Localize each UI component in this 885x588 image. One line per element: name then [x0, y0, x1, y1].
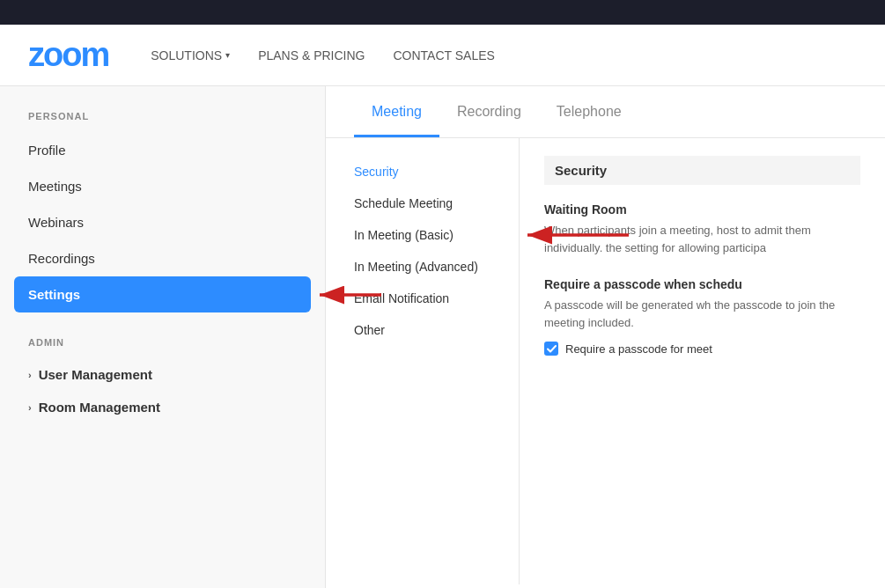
- zoom-logo[interactable]: zoom: [28, 36, 108, 74]
- sidebar-item-room-management[interactable]: › Room Management: [0, 391, 325, 423]
- nav-plans-pricing[interactable]: PLANS & PRICING: [258, 48, 365, 62]
- checkmark-icon: [547, 345, 557, 353]
- main-layout: PERSONAL Profile Meetings Webinars Recor…: [0, 86, 885, 588]
- settings-nav-in-meeting-basic[interactable]: In Meeting (Basic): [326, 219, 519, 251]
- in-meeting-basic-arrow-annotation: [523, 222, 633, 248]
- tab-meeting[interactable]: Meeting: [354, 86, 439, 137]
- tab-bar: Meeting Recording Telephone: [326, 86, 885, 138]
- sidebar-item-profile[interactable]: Profile: [0, 132, 325, 168]
- personal-section-label: PERSONAL: [0, 111, 325, 132]
- settings-content: Security Waiting Room When participants …: [520, 138, 885, 584]
- solutions-dropdown-icon: ▾: [225, 50, 230, 60]
- settings-nav-schedule[interactable]: Schedule Meeting: [326, 187, 519, 219]
- sidebar-item-settings[interactable]: Settings: [14, 276, 311, 312]
- waiting-room-title: Waiting Room: [544, 202, 860, 217]
- settings-arrow-annotation: [315, 282, 386, 308]
- settings-nav-in-meeting-advanced[interactable]: In Meeting (Advanced): [326, 251, 519, 283]
- settings-section-header: Security: [544, 156, 860, 185]
- sidebar-item-recordings[interactable]: Recordings: [0, 240, 325, 276]
- chevron-icon: ›: [28, 370, 32, 380]
- passcode-title: Require a passcode when schedu: [544, 277, 860, 291]
- nav-solutions[interactable]: SOLUTIONS ▾: [151, 48, 230, 62]
- tab-recording[interactable]: Recording: [439, 86, 539, 137]
- sidebar-item-user-management[interactable]: › User Management: [0, 358, 325, 391]
- sidebar-item-webinars[interactable]: Webinars: [0, 204, 325, 240]
- passcode-block: Require a passcode when schedu A passcod…: [544, 277, 860, 356]
- sidebar: PERSONAL Profile Meetings Webinars Recor…: [0, 86, 326, 588]
- top-bar: [0, 0, 885, 25]
- require-passcode-row: Require a passcode for meet: [544, 342, 860, 356]
- settings-nav: Security Schedule Meeting In Meeting (Ba…: [326, 138, 520, 584]
- content-body: Security Schedule Meeting In Meeting (Ba…: [326, 138, 885, 584]
- content-area: Meeting Recording Telephone Security Sch…: [326, 86, 885, 588]
- settings-nav-security[interactable]: Security: [326, 156, 519, 187]
- admin-section-label: ADMIN: [0, 337, 325, 358]
- tab-telephone[interactable]: Telephone: [539, 86, 639, 137]
- settings-nav-in-meeting-basic-container: In Meeting (Basic): [326, 219, 519, 251]
- chevron-icon-2: ›: [28, 402, 32, 413]
- require-passcode-checkbox[interactable]: [544, 342, 558, 356]
- nav-contact-sales[interactable]: CONTACT SALES: [394, 48, 495, 62]
- header: zoom SOLUTIONS ▾ PLANS & PRICING CONTACT…: [0, 25, 885, 86]
- main-nav: SOLUTIONS ▾ PLANS & PRICING CONTACT SALE…: [151, 48, 495, 62]
- sidebar-item-meetings[interactable]: Meetings: [0, 168, 325, 204]
- passcode-desc: A passcode will be generated wh the pass…: [544, 297, 860, 331]
- settings-nav-other[interactable]: Other: [326, 314, 519, 346]
- require-passcode-label: Require a passcode for meet: [565, 342, 712, 356]
- admin-section: ADMIN › User Management › Room Managemen…: [0, 337, 325, 423]
